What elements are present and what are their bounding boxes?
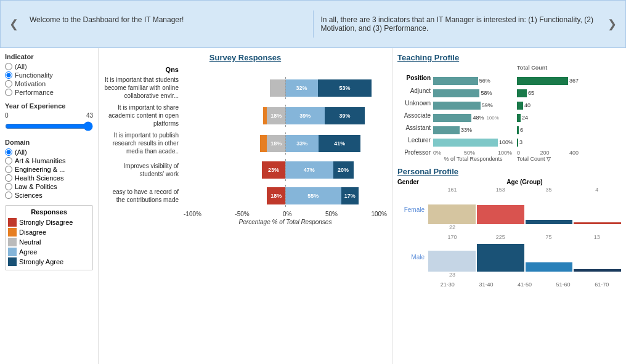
sa-bar-3: 41% <box>319 135 360 152</box>
d-color <box>8 228 17 237</box>
age-group-header: Age (Group) <box>428 179 621 185</box>
female-label: Female <box>397 206 428 213</box>
position-labels: Position Adjunct Unknown Associate Assis… <box>397 65 433 158</box>
pct-row-associate: 59% <box>433 99 513 111</box>
female-bars: 161 153 35 4 22 <box>428 187 621 233</box>
pos-adjunct: Adjunct <box>397 84 433 97</box>
pos-unknown: Unknown <box>397 97 433 109</box>
banner-text: Welcome to the Dashboard for the IT Mana… <box>22 10 604 38</box>
legend-disagree: Disagree <box>8 228 90 237</box>
female-bottom-values: 22 <box>428 224 621 233</box>
pct-row-unknown: 58% <box>433 87 513 99</box>
bars-left-2: 18% <box>184 107 285 124</box>
domain-filter: Domain (All) Art & Humanities Engineerin… <box>5 139 93 199</box>
x-title-row: Percentage % of Total Responses <box>104 219 387 225</box>
legend-agree: Agree <box>8 248 90 256</box>
bars-right-3: 33% 41% <box>285 135 387 152</box>
count-bars-section: Total Count 367 65 40 <box>517 65 579 162</box>
main-content: Indicator (All) Functionality Motivation… <box>0 48 626 364</box>
sa-color <box>8 257 17 266</box>
sa-bar-2: 39% <box>325 107 364 124</box>
q1-bars: 32% 53% <box>184 77 387 99</box>
qns-column-header: Qns <box>104 66 184 73</box>
female-bar-21-30 <box>428 204 476 224</box>
male-label: Male <box>397 254 428 261</box>
legend-title: Responses <box>8 208 90 216</box>
survey-row-5: easy to have a record of the contributio… <box>104 185 387 207</box>
female-row: Female 161 153 35 4 <box>397 187 621 233</box>
male-bar-21-30 <box>428 251 476 272</box>
female-bar-41-50 <box>526 220 573 224</box>
male-top-values: 170 225 75 13 <box>428 234 621 244</box>
personal-title: Personal Profile <box>397 167 621 176</box>
pct-bars-section: 56% 58% 59% 48% <box>433 65 513 162</box>
domain-all[interactable]: (All) <box>5 148 93 156</box>
count-row-unknown: 65 <box>517 87 579 99</box>
agree-bar-5: 55% <box>285 187 341 204</box>
top-banner: ❮ Welcome to the Dashboard for the IT Ma… <box>0 0 626 48</box>
pct-bar-lecturer <box>433 126 460 134</box>
male-bar-41-50 <box>526 262 573 272</box>
q2-bars: 18% 39% 39% <box>184 105 387 127</box>
pos-associate: Associate <box>397 109 433 121</box>
bars-left-4: 23% <box>184 161 285 179</box>
count-x-title: Total Count <box>517 156 545 162</box>
center-panel: Survey Responses Qns It is important tha… <box>99 48 392 364</box>
pct-row-lecturer: 33% <box>433 124 513 136</box>
age-label-21-30: 21-30 <box>428 281 467 288</box>
experience-slider-container <box>5 121 93 132</box>
n-color <box>8 238 17 246</box>
legend-section: Responses Strongly Disagree Disagree Neu… <box>5 205 93 270</box>
teaching-title: Teaching Profile <box>397 53 621 62</box>
zero-line-5 <box>285 185 286 207</box>
domain-list: (All) Art & Humanities Engineering & ...… <box>5 148 93 199</box>
zero-line-2 <box>285 105 286 127</box>
sa-bar-5: 17% <box>341 187 359 204</box>
x-axis-title: Percentage % of Total Responses <box>184 219 387 225</box>
domain-health[interactable]: Health Sciences <box>5 174 93 182</box>
female-bar-group <box>428 196 621 224</box>
right-panel: Teaching Profile Position Adjunct Unknow… <box>392 48 626 364</box>
bars-left-3: 18% <box>184 135 285 152</box>
agree-bar-3: 33% <box>285 135 319 152</box>
x-axis-row: -100% -50% 0% 50% 100% <box>104 211 387 217</box>
position-header: Position <box>397 75 433 84</box>
sd-bar-4: 23% <box>262 161 285 179</box>
sd-color <box>8 218 17 227</box>
q2-text: It is important to share academic conten… <box>104 103 184 127</box>
prev-arrow[interactable]: ❮ <box>6 17 22 31</box>
x-axis-labels: -100% -50% 0% 50% 100% <box>184 211 387 217</box>
banner-left: Welcome to the Dashboard for the IT Mana… <box>22 10 313 38</box>
male-bottom-values: 23 <box>428 272 621 280</box>
indicator-functionality[interactable]: Functionality <box>5 71 93 79</box>
zero-line <box>285 77 286 99</box>
domain-title: Domain <box>5 139 93 146</box>
sa-bar-1: 53% <box>318 79 372 97</box>
next-arrow[interactable]: ❯ <box>604 17 620 31</box>
domain-eng[interactable]: Engineering & ... <box>5 166 93 173</box>
domain-art[interactable]: Art & Humanities <box>5 157 93 164</box>
age-x-axis: 21-30 31-40 41-50 51-60 61-70 <box>397 281 621 288</box>
indicator-motivation[interactable]: Motivation <box>5 80 93 87</box>
male-bar-group <box>428 244 621 272</box>
q1-text: It is important that students become fam… <box>104 76 184 100</box>
q5-text: easy to have a record of the contributio… <box>104 188 184 204</box>
female-bar-31-40 <box>477 205 524 224</box>
q4-bars: 23% 47% 20% <box>184 159 387 181</box>
experience-title: Year of Experience <box>5 102 93 110</box>
q5-bars: 18% 55% 17% <box>184 185 387 207</box>
domain-sciences[interactable]: Sciences <box>5 192 93 199</box>
age-label-31-40: 31-40 <box>467 281 506 288</box>
age-label-61-70: 61-70 <box>582 281 621 288</box>
experience-slider[interactable] <box>5 121 93 131</box>
bars-left-5: 18% <box>184 187 285 204</box>
experience-filter: Year of Experience 0 43 <box>5 102 93 132</box>
pct-x-axis: 0% 50% 100% <box>433 150 513 156</box>
pct-bar-unknown <box>433 89 479 97</box>
indicator-all[interactable]: (All) <box>5 63 93 70</box>
sd-bar-5: 18% <box>267 187 285 204</box>
male-row: Male 170 225 75 13 <box>397 234 621 280</box>
indicator-performance[interactable]: Performance <box>5 89 93 96</box>
agree-bar-1: 32% <box>285 79 318 97</box>
domain-law[interactable]: Law & Politics <box>5 183 93 190</box>
